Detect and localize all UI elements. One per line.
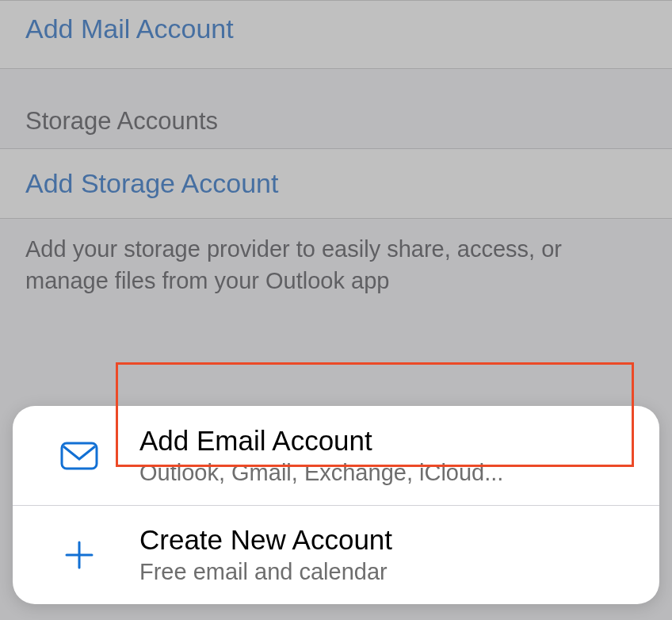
plus-icon <box>57 533 101 577</box>
add-email-account-subtitle: Outlook, Gmail, Exchange, iCloud... <box>139 460 503 486</box>
add-mail-account-label: Add Mail Account <box>25 13 234 44</box>
svg-rect-0 <box>62 443 97 469</box>
mail-icon <box>57 434 101 478</box>
add-email-account-title: Add Email Account <box>139 425 503 457</box>
account-action-sheet: Add Email Account Outlook, Gmail, Exchan… <box>13 406 659 604</box>
storage-accounts-header: Storage Accounts <box>0 69 672 148</box>
create-new-account-subtitle: Free email and calendar <box>139 559 392 585</box>
add-email-account-option[interactable]: Add Email Account Outlook, Gmail, Exchan… <box>13 406 659 505</box>
sheet-item-text: Create New Account Free email and calend… <box>139 524 392 585</box>
sheet-item-text: Add Email Account Outlook, Gmail, Exchan… <box>139 425 503 486</box>
storage-footer-text: Add your storage provider to easily shar… <box>0 219 672 336</box>
create-new-account-option[interactable]: Create New Account Free email and calend… <box>13 505 659 604</box>
add-storage-account-label: Add Storage Account <box>25 168 278 198</box>
create-new-account-title: Create New Account <box>139 524 392 556</box>
add-storage-account-row[interactable]: Add Storage Account <box>0 148 672 219</box>
add-mail-account-row[interactable]: Add Mail Account <box>0 1 672 69</box>
